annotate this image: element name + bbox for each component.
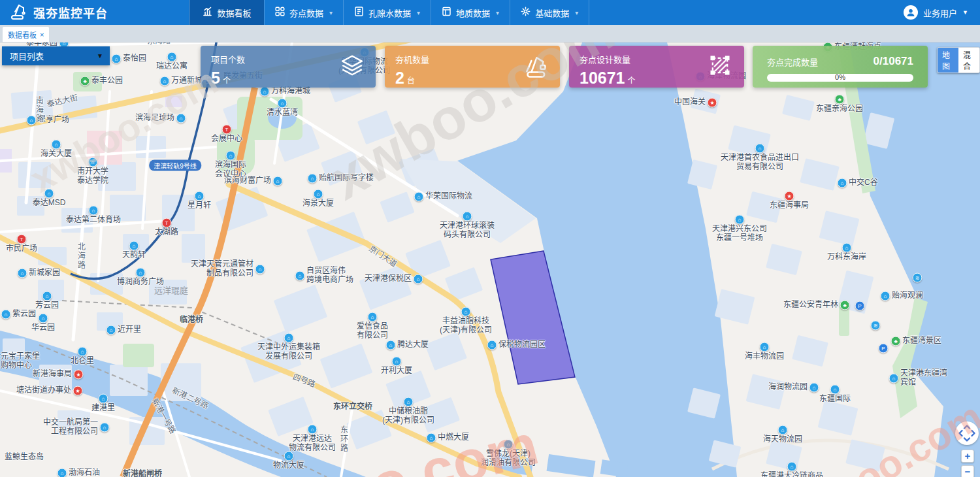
map-type-hybrid-button[interactable]: 混合 bbox=[958, 48, 979, 73]
stat-card-rigs: 夯机数量 2台 bbox=[385, 46, 560, 88]
progress-bar: 0% bbox=[767, 74, 913, 82]
layers-icon bbox=[340, 54, 364, 79]
rig-icon bbox=[521, 53, 548, 80]
dropdown-caret-icon: ▼ bbox=[97, 52, 110, 59]
map-building bbox=[149, 280, 187, 304]
chevron-down-icon: ▼ bbox=[962, 9, 968, 16]
map-type-toggle: 地图 混合 bbox=[937, 47, 980, 73]
map-building bbox=[38, 280, 64, 301]
nav-label: 孔隙水数据 bbox=[368, 7, 411, 19]
map-building bbox=[110, 195, 146, 221]
stat-card-designed-points: 夯点设计数量 10671个 bbox=[569, 46, 744, 88]
nav-item-pore-water[interactable]: 孔隙水数据 ▾ bbox=[343, 0, 431, 25]
map-building bbox=[182, 234, 205, 263]
stat-card-completed-points: 夯点完成数量 0/10671 0% bbox=[753, 46, 928, 88]
map-type-map-button[interactable]: 地图 bbox=[938, 48, 958, 73]
chevron-down-icon: ▾ bbox=[496, 9, 499, 16]
chart-icon bbox=[203, 7, 212, 18]
main-nav: 数据看板 夯点数据 ▾ 孔隙水数据 ▾ 地质数据 ▾ bbox=[189, 0, 589, 25]
gear-icon bbox=[521, 7, 531, 18]
stat-card-projects: 项目个数 5个 bbox=[201, 46, 376, 88]
card-title: 夯点完成数量 bbox=[767, 56, 818, 68]
geology-doc-icon bbox=[442, 7, 451, 18]
map-building bbox=[3, 338, 25, 357]
tab-dashboard[interactable]: 数据看板 × bbox=[3, 27, 49, 42]
grid-icon bbox=[275, 7, 285, 18]
card-unit: 台 bbox=[407, 76, 415, 86]
card-value: 0/10671 bbox=[874, 55, 913, 68]
map-building bbox=[123, 234, 149, 252]
user-avatar bbox=[904, 5, 918, 20]
close-icon[interactable]: × bbox=[40, 31, 44, 39]
project-list-dropdown[interactable]: 项目列表 ▼ bbox=[2, 46, 110, 65]
map-building bbox=[18, 162, 51, 188]
app-title: 强夯监控平台 bbox=[33, 4, 108, 21]
progress-label: 0% bbox=[767, 73, 913, 81]
card-value: 10671 bbox=[580, 69, 625, 87]
zoom-in-button[interactable]: + bbox=[961, 450, 974, 463]
user-menu[interactable]: 业务用户 ▼ bbox=[904, 5, 980, 20]
nav-label: 数据看板 bbox=[217, 7, 251, 19]
map-building bbox=[136, 136, 166, 158]
nav-item-basic-data[interactable]: 基础数据 ▾ bbox=[510, 0, 589, 25]
chevron-down-icon: ▾ bbox=[575, 9, 578, 16]
card-value: 2 bbox=[395, 69, 404, 87]
map-building bbox=[61, 208, 93, 233]
chevron-down-icon: ▾ bbox=[329, 9, 333, 16]
map-pan-compass[interactable] bbox=[955, 421, 979, 445]
tab-label: 数据看板 bbox=[8, 29, 37, 40]
map-building bbox=[39, 365, 72, 393]
top-navbar: 强夯监控平台 数据看板 夯点数据 ▾ 孔隙水数据 ▾ 地质数据 bbox=[0, 0, 980, 25]
nav-item-geology[interactable]: 地质数据 ▾ bbox=[431, 0, 510, 25]
map-building bbox=[57, 410, 90, 435]
brand: 强夯监控平台 bbox=[0, 2, 189, 23]
user-name: 业务用户 bbox=[923, 7, 957, 19]
project-list-label: 项目列表 bbox=[2, 50, 97, 62]
map-building bbox=[17, 196, 44, 216]
nav-label: 地质数据 bbox=[456, 7, 490, 19]
nav-item-dashboard[interactable]: 数据看板 bbox=[189, 0, 264, 25]
nav-label: 夯点数据 bbox=[289, 7, 323, 19]
app-logo-crane-icon bbox=[9, 2, 27, 23]
card-unit: 个 bbox=[223, 76, 231, 86]
zoom-out-button[interactable]: − bbox=[961, 465, 974, 477]
water-doc-icon bbox=[354, 7, 364, 18]
hatch-area-icon bbox=[708, 53, 732, 80]
map-canvas[interactable]: ⌂泰丰家园⌂泰怡园⌂瑞达公寓⌂万通新城·国际♣泰丰公园⌂翠亨广场⌂滨海足球场⌂海… bbox=[0, 42, 980, 477]
tab-bar: 数据看板 × bbox=[0, 25, 980, 42]
chevron-down-icon: ▾ bbox=[417, 9, 420, 16]
map-building bbox=[110, 365, 148, 396]
nav-label: 基础数据 bbox=[535, 7, 569, 19]
card-value: 5 bbox=[211, 69, 220, 87]
card-unit: 个 bbox=[628, 76, 636, 86]
nav-item-tamping-points[interactable]: 夯点数据 ▾ bbox=[264, 0, 343, 25]
map-building bbox=[97, 312, 123, 331]
